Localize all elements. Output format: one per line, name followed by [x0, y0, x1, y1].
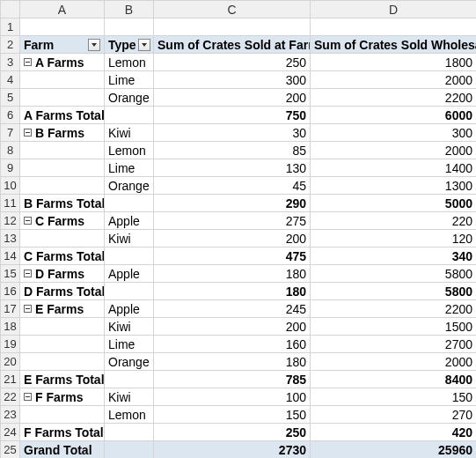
row-header-8[interactable]: 8	[1, 142, 20, 159]
row-header-11[interactable]: 11	[1, 195, 20, 212]
subtotal-farm-cell[interactable]: 785	[154, 371, 311, 388]
empty-cell[interactable]	[154, 18, 311, 36]
subtotal-empty[interactable]	[105, 424, 154, 441]
wholesale-value-cell[interactable]: 270	[311, 406, 477, 424]
empty-cell[interactable]	[311, 18, 477, 36]
subtotal-wholesale-cell[interactable]: 420	[311, 424, 477, 441]
pivot-header-sum-wholesale[interactable]: Sum of Crates Sold Wholesale	[311, 36, 477, 54]
group-name-cell[interactable]: B Farms	[20, 124, 105, 142]
type-cell[interactable]: Apple	[105, 300, 154, 318]
farm-value-cell[interactable]: 130	[154, 159, 311, 177]
wholesale-value-cell[interactable]: 2000	[311, 142, 477, 159]
wholesale-value-cell[interactable]: 1300	[311, 177, 477, 195]
type-cell[interactable]: Kiwi	[105, 124, 154, 142]
subtotal-empty[interactable]	[105, 195, 154, 212]
row-header-1[interactable]: 1	[1, 18, 20, 36]
type-cell[interactable]: Lime	[105, 159, 154, 177]
collapse-toggle-icon[interactable]	[24, 217, 32, 225]
empty-cell[interactable]	[20, 142, 105, 159]
row-header-20[interactable]: 20	[1, 353, 20, 371]
row-header-22[interactable]: 22	[1, 388, 20, 406]
row-header-24[interactable]: 24	[1, 424, 20, 441]
row-header-4[interactable]: 4	[1, 71, 20, 89]
row-header-14[interactable]: 14	[1, 247, 20, 265]
farm-value-cell[interactable]: 275	[154, 212, 311, 230]
subtotal-label-cell[interactable]: B Farms Total	[20, 195, 105, 212]
column-header-D[interactable]: D	[311, 1, 477, 18]
wholesale-value-cell[interactable]: 1500	[311, 318, 477, 336]
subtotal-farm-cell[interactable]: 250	[154, 424, 311, 441]
group-name-cell[interactable]: E Farms	[20, 300, 105, 318]
empty-cell[interactable]	[20, 177, 105, 195]
farm-value-cell[interactable]: 200	[154, 318, 311, 336]
column-header-A[interactable]: A	[20, 1, 105, 18]
empty-cell[interactable]	[105, 18, 154, 36]
empty-cell[interactable]	[20, 89, 105, 107]
row-header-2[interactable]: 2	[1, 36, 20, 54]
wholesale-value-cell[interactable]: 2700	[311, 336, 477, 353]
group-name-cell[interactable]: F Farms	[20, 388, 105, 406]
subtotal-label-cell[interactable]: A Farms Total	[20, 107, 105, 124]
farm-value-cell[interactable]: 245	[154, 300, 311, 318]
subtotal-wholesale-cell[interactable]: 6000	[311, 107, 477, 124]
subtotal-wholesale-cell[interactable]: 5800	[311, 283, 477, 300]
filter-dropdown-farm-icon[interactable]	[88, 39, 100, 51]
corner-cell[interactable]	[1, 1, 20, 18]
wholesale-value-cell[interactable]: 300	[311, 124, 477, 142]
type-cell[interactable]: Kiwi	[105, 230, 154, 247]
row-header-15[interactable]: 15	[1, 265, 20, 283]
empty-cell[interactable]	[20, 406, 105, 424]
collapse-toggle-icon[interactable]	[24, 270, 32, 277]
grand-total-wholesale-cell[interactable]: 25960	[311, 441, 477, 459]
subtotal-wholesale-cell[interactable]: 8400	[311, 371, 477, 388]
subtotal-empty[interactable]	[105, 371, 154, 388]
pivot-header-farm[interactable]: Farm	[20, 36, 105, 54]
subtotal-farm-cell[interactable]: 180	[154, 283, 311, 300]
group-name-cell[interactable]: A Farms	[20, 54, 105, 71]
subtotal-label-cell[interactable]: C Farms Total	[20, 247, 105, 265]
row-header-9[interactable]: 9	[1, 159, 20, 177]
wholesale-value-cell[interactable]: 150	[311, 388, 477, 406]
subtotal-farm-cell[interactable]: 750	[154, 107, 311, 124]
group-name-cell[interactable]: C Farms	[20, 212, 105, 230]
subtotal-empty[interactable]	[105, 247, 154, 265]
grand-total-empty[interactable]	[105, 441, 154, 459]
type-cell[interactable]: Orange	[105, 353, 154, 371]
type-cell[interactable]: Lime	[105, 71, 154, 89]
row-header-23[interactable]: 23	[1, 406, 20, 424]
spreadsheet-grid[interactable]: ABCD12FarmTypeSum of Crates Sold at Farm…	[0, 0, 476, 458]
wholesale-value-cell[interactable]: 2000	[311, 353, 477, 371]
grand-total-label-cell[interactable]: Grand Total	[20, 441, 105, 459]
pivot-header-type[interactable]: Type	[105, 36, 154, 54]
farm-value-cell[interactable]: 200	[154, 89, 311, 107]
subtotal-wholesale-cell[interactable]: 5000	[311, 195, 477, 212]
row-header-3[interactable]: 3	[1, 54, 20, 71]
farm-value-cell[interactable]: 160	[154, 336, 311, 353]
farm-value-cell[interactable]: 100	[154, 388, 311, 406]
pivot-header-sum-farm[interactable]: Sum of Crates Sold at Farm	[154, 36, 311, 54]
empty-cell[interactable]	[20, 230, 105, 247]
wholesale-value-cell[interactable]: 5800	[311, 265, 477, 283]
collapse-toggle-icon[interactable]	[24, 393, 32, 401]
type-cell[interactable]: Kiwi	[105, 388, 154, 406]
wholesale-value-cell[interactable]: 120	[311, 230, 477, 247]
subtotal-empty[interactable]	[105, 283, 154, 300]
subtotal-farm-cell[interactable]: 475	[154, 247, 311, 265]
wholesale-value-cell[interactable]: 1800	[311, 54, 477, 71]
wholesale-value-cell[interactable]: 1400	[311, 159, 477, 177]
grand-total-farm-cell[interactable]: 2730	[154, 441, 311, 459]
empty-cell[interactable]	[20, 318, 105, 336]
subtotal-label-cell[interactable]: E Farms Total	[20, 371, 105, 388]
collapse-toggle-icon[interactable]	[24, 58, 32, 66]
collapse-toggle-icon[interactable]	[24, 305, 32, 313]
wholesale-value-cell[interactable]: 2200	[311, 300, 477, 318]
empty-cell[interactable]	[20, 353, 105, 371]
column-header-B[interactable]: B	[105, 1, 154, 18]
type-cell[interactable]: Orange	[105, 89, 154, 107]
row-header-7[interactable]: 7	[1, 124, 20, 142]
farm-value-cell[interactable]: 300	[154, 71, 311, 89]
type-cell[interactable]: Lemon	[105, 142, 154, 159]
farm-value-cell[interactable]: 45	[154, 177, 311, 195]
type-cell[interactable]: Kiwi	[105, 318, 154, 336]
column-header-C[interactable]: C	[154, 1, 311, 18]
